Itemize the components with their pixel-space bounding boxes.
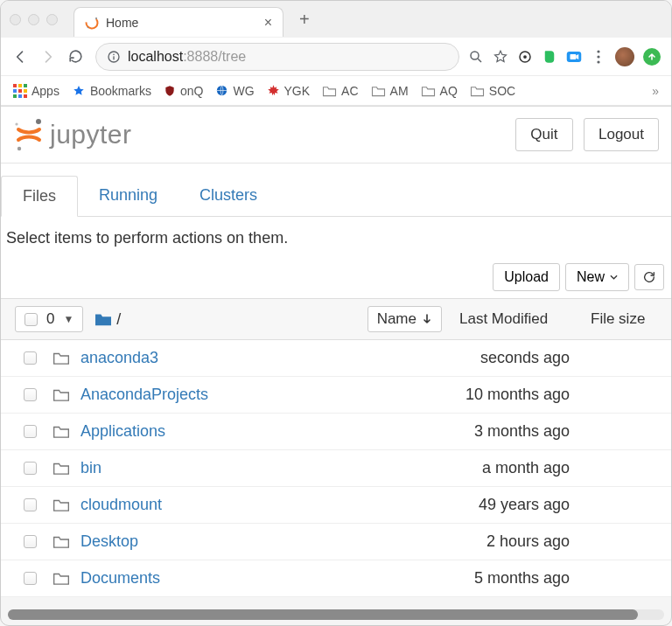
file-modified: 49 years ago [479, 496, 657, 514]
file-row[interactable]: Documents5 months ago [1, 560, 671, 597]
svg-point-17 [18, 147, 21, 150]
bookmark-folder-soc[interactable]: SOC [470, 84, 515, 98]
bookmark-onq[interactable]: onQ [164, 84, 203, 98]
back-button[interactable] [11, 48, 31, 66]
maximize-window-button[interactable] [46, 14, 58, 25]
horizontal-scrollbar[interactable] [8, 609, 664, 620]
bookmark-wg[interactable]: WG [215, 84, 254, 98]
row-checkbox[interactable] [24, 351, 37, 365]
evernote-icon[interactable] [542, 49, 557, 65]
folder-icon [52, 461, 72, 476]
file-modified: 2 hours ago [486, 532, 657, 551]
caret-down-icon [610, 275, 618, 280]
file-name-link[interactable]: anaconda3 [80, 349, 158, 367]
file-name-link[interactable]: AnacondaProjects [80, 386, 208, 404]
upload-button[interactable]: Upload [493, 263, 560, 291]
modified-col-label[interactable]: Last Modified [459, 310, 582, 328]
file-modified: 3 months ago [474, 422, 657, 441]
svg-point-14 [597, 60, 599, 63]
shield-icon [164, 85, 176, 97]
forward-button[interactable] [39, 48, 59, 66]
caret-down-icon: ▼ [63, 313, 74, 325]
sort-by-name-button[interactable]: Name [368, 306, 442, 332]
file-row[interactable]: Applications3 months ago [1, 414, 671, 450]
file-name-link[interactable]: cloudmount [80, 496, 162, 514]
jupyter-header: jupyter Quit Logout [1, 107, 671, 163]
row-checkbox[interactable] [24, 388, 37, 401]
file-name-link[interactable]: Documents [80, 569, 160, 588]
new-label: New [577, 269, 605, 285]
new-tab-button[interactable]: + [290, 10, 318, 30]
reload-button[interactable] [67, 48, 87, 65]
file-name-link[interactable]: bin [80, 459, 102, 477]
update-indicator-icon[interactable] [643, 48, 661, 66]
file-modified: 10 months ago [466, 386, 657, 404]
bookmark-folder-am[interactable]: AM [371, 84, 409, 98]
select-all-checkbox[interactable] [24, 313, 38, 326]
browser-tab[interactable]: Home × [74, 7, 284, 37]
svg-point-9 [523, 55, 527, 59]
size-col-label[interactable]: File size [591, 310, 657, 328]
extension-info-icon[interactable] [517, 49, 533, 65]
close-window-button[interactable] [10, 14, 21, 25]
folder-icon [371, 85, 386, 97]
video-extension-icon[interactable] [566, 49, 582, 65]
folder-icon [470, 85, 485, 97]
file-name-link[interactable]: Applications [80, 422, 165, 441]
file-row[interactable]: bina month ago [1, 450, 671, 487]
bookmarks-label: Bookmarks [90, 84, 151, 98]
row-checkbox[interactable] [24, 572, 37, 585]
star-icon[interactable] [493, 49, 508, 65]
tab-clusters[interactable]: Clusters [178, 176, 278, 216]
select-all-dropdown[interactable]: 0 ▼ [15, 306, 83, 332]
profile-avatar[interactable] [615, 47, 634, 66]
bookmarks-overflow-button[interactable]: » [652, 84, 659, 98]
file-modified: 5 months ago [474, 569, 657, 588]
header-buttons: Quit Logout [508, 118, 659, 151]
tab-running[interactable]: Running [78, 176, 178, 216]
svg-point-6 [471, 52, 479, 59]
logout-button[interactable]: Logout [584, 118, 659, 151]
jupyter-favicon-icon [85, 16, 99, 30]
bookmark-ygk[interactable]: YGK [267, 84, 311, 98]
file-row[interactable]: Desktop2 hours ago [1, 524, 671, 560]
file-modified: a month ago [482, 459, 657, 477]
file-row[interactable]: anaconda3seconds ago [1, 340, 671, 377]
minimize-window-button[interactable] [28, 14, 39, 25]
jupyter-logo[interactable]: jupyter [13, 117, 132, 152]
bookmark-folder-aq[interactable]: AQ [421, 84, 458, 98]
scrollbar-thumb[interactable] [8, 609, 638, 620]
quit-button[interactable]: Quit [515, 118, 572, 151]
tab-files[interactable]: Files [1, 176, 78, 217]
file-name-link[interactable]: Desktop [80, 532, 138, 551]
folder-icon [322, 85, 337, 97]
row-checkbox[interactable] [24, 462, 37, 475]
star-filled-icon [72, 84, 86, 98]
file-list: anaconda3seconds agoAnacondaProjects10 m… [1, 340, 671, 597]
new-dropdown-button[interactable]: New [565, 263, 629, 291]
svg-point-4 [113, 53, 115, 55]
file-modified: seconds ago [480, 349, 657, 367]
globe-icon [215, 84, 228, 97]
menu-kebab-icon[interactable] [591, 49, 606, 65]
bookmarks-shortcut[interactable]: Bookmarks [72, 84, 151, 98]
apps-shortcut[interactable]: Apps [13, 84, 60, 98]
file-row[interactable]: AnacondaProjects10 months ago [1, 377, 671, 414]
list-header: 0 ▼ / Name Last Modified File size [1, 298, 671, 340]
close-tab-button[interactable]: × [264, 15, 272, 31]
breadcrumb-root-icon[interactable] [94, 311, 113, 327]
folder-icon [52, 424, 72, 439]
address-bar[interactable]: localhost:8888/tree [95, 43, 459, 71]
row-checkbox[interactable] [24, 498, 37, 511]
svg-line-7 [478, 59, 481, 62]
maple-leaf-icon [267, 84, 280, 97]
bookmarks-bar: Apps Bookmarks onQ WG YGK AC AM AQ SOC » [1, 76, 671, 106]
site-info-icon[interactable] [107, 50, 121, 64]
file-row[interactable]: cloudmount49 years ago [1, 487, 671, 524]
zoom-icon[interactable] [468, 49, 484, 65]
row-checkbox[interactable] [24, 425, 37, 438]
refresh-button[interactable] [634, 264, 664, 290]
row-checkbox[interactable] [24, 535, 37, 548]
refresh-icon [642, 270, 656, 284]
bookmark-folder-ac[interactable]: AC [322, 84, 358, 98]
